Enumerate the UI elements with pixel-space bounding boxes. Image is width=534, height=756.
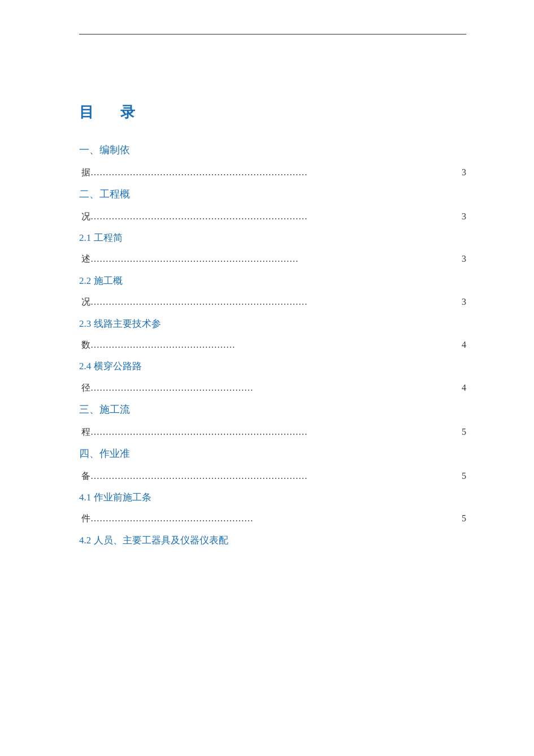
toc-page-7: 5 (453, 421, 466, 443)
section-heading-10: 4.2 人员、主要工器具及仪器仪表配 (79, 530, 466, 551)
toc-section-4: 2.2 施工概 况……………………………………………………………… 3 (79, 270, 466, 313)
section-heading-1: 一、编制依 (79, 139, 466, 162)
toc-title: 目 录 (79, 102, 466, 122)
toc-dots-6: 径……………………………………………… (79, 377, 453, 399)
toc-page-5: 4 (453, 334, 466, 356)
toc-entry-line-4: 况……………………………………………………………… 3 (79, 291, 466, 313)
toc-dots-5: 数………………………………………… (79, 334, 453, 356)
toc-section-8: 四、作业准 备……………………………………………………………… 5 (79, 443, 466, 487)
toc-dots-3: 述…………………………………………………………… (79, 248, 453, 270)
toc-dots-9: 件……………………………………………… (79, 508, 453, 529)
toc-page-8: 5 (453, 465, 466, 487)
toc-entry-line-6: 径……………………………………………… 4 (79, 377, 466, 399)
section-heading-9: 4.1 作业前施工条 (79, 487, 466, 508)
section-heading-7: 三、施工流 (79, 399, 466, 421)
toc-dots-1: 据……………………………………………………………… (79, 162, 453, 183)
section-heading-3: 2.1 工程简 (79, 227, 466, 248)
toc-section-3: 2.1 工程简 述…………………………………………………………… 3 (79, 227, 466, 270)
toc-section-1: 一、编制依 据……………………………………………………………… 3 (79, 139, 466, 183)
toc-section-2: 二、工程概 况……………………………………………………………… 3 (79, 183, 466, 227)
toc-dots-7: 程……………………………………………………………… (79, 421, 453, 443)
toc-page-1: 3 (453, 162, 466, 183)
toc-page-6: 4 (453, 377, 466, 399)
section-heading-6: 2.4 横穿公路路 (79, 356, 466, 377)
toc-entry-line-3: 述…………………………………………………………… 3 (79, 248, 466, 270)
toc-section-7: 三、施工流 程……………………………………………………………… 5 (79, 399, 466, 443)
toc-entry-line-7: 程……………………………………………………………… 5 (79, 421, 466, 443)
section-heading-2: 二、工程概 (79, 183, 466, 206)
toc-page-9: 5 (453, 508, 466, 529)
page-container: 目 录 一、编制依 据……………………………………………………………… 3 二、… (0, 0, 534, 756)
toc-entry-line-9: 件……………………………………………… 5 (79, 508, 466, 529)
toc-dots-2: 况……………………………………………………………… (79, 206, 453, 227)
section-heading-8: 四、作业准 (79, 443, 466, 465)
section-heading-5: 2.3 线路主要技术参 (79, 313, 466, 334)
toc-page-4: 3 (453, 291, 466, 313)
toc-dots-8: 备……………………………………………………………… (79, 465, 453, 487)
top-divider (79, 34, 466, 34)
toc-section-10: 4.2 人员、主要工器具及仪器仪表配 (79, 530, 466, 551)
section-heading-4: 2.2 施工概 (79, 270, 466, 291)
toc-dots-4: 况……………………………………………………………… (79, 291, 453, 313)
toc-entry-line-8: 备……………………………………………………………… 5 (79, 465, 466, 487)
toc-page-2: 3 (453, 206, 466, 227)
toc-section-6: 2.4 横穿公路路 径……………………………………………… 4 (79, 356, 466, 399)
toc-entry-line-5: 数………………………………………… 4 (79, 334, 466, 356)
toc-section-9: 4.1 作业前施工条 件……………………………………………… 5 (79, 487, 466, 530)
toc-section-5: 2.3 线路主要技术参 数………………………………………… 4 (79, 313, 466, 356)
toc-entry-line-1: 据……………………………………………………………… 3 (79, 162, 466, 183)
toc-entry-line-2: 况……………………………………………………………… 3 (79, 206, 466, 227)
toc-page-3: 3 (453, 248, 466, 270)
